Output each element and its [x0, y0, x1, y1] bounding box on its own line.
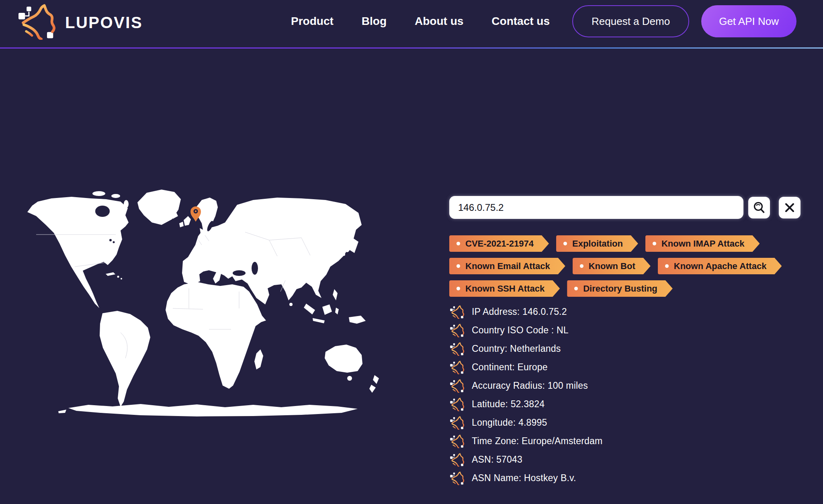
tag-dot-icon — [665, 264, 669, 268]
detail-row: Longitude: 4.8995 — [449, 413, 800, 432]
detail-text: Continent: Europe — [472, 362, 548, 373]
threat-tag: Directory Busting — [567, 280, 673, 297]
results-panel: CVE-2021-21974 Exploitation Known IMAP A… — [449, 196, 800, 487]
tag-label: Known SSH Attack — [465, 284, 545, 294]
tag-dot-icon — [653, 242, 656, 245]
details-list: IP Address: 146.0.75.2 Country ISO Code … — [449, 302, 800, 487]
threat-tag: Known Bot — [573, 258, 651, 274]
tag-label: Known Bot — [589, 261, 635, 271]
detail-text: ASN Name: Hostkey B.v. — [472, 473, 576, 484]
get-api-button[interactable]: Get API Now — [701, 5, 796, 37]
detail-text: Country ISO Code : NL — [472, 325, 569, 336]
tag-dot-icon — [457, 264, 460, 268]
detail-row: Time Zone: Europe/Amsterdam — [449, 432, 800, 450]
threat-tag: Known Apache Attack — [658, 258, 782, 274]
detail-row: Accuracy Radius: 100 miles — [449, 376, 800, 395]
detail-row: Country: Netherlands — [449, 339, 800, 358]
wolf-bullet-icon — [449, 453, 465, 467]
wolf-bullet-icon — [449, 471, 465, 485]
threat-tag: Known SSH Attack — [449, 280, 560, 297]
detail-text: IP Address: 146.0.75.2 — [472, 306, 567, 317]
wolf-bullet-icon — [449, 360, 465, 374]
tag-dot-icon — [574, 287, 578, 290]
magnifier-icon — [752, 201, 766, 214]
detail-row: Continent: Europe — [449, 358, 800, 376]
clear-button[interactable] — [779, 197, 800, 218]
x-icon — [784, 202, 796, 214]
tag-label: CVE-2021-21974 — [465, 239, 534, 249]
threat-tag: Exploitation — [556, 235, 638, 252]
search-input[interactable] — [449, 196, 743, 219]
wolf-bullet-icon — [449, 379, 465, 393]
tag-label: Exploitation — [572, 239, 623, 249]
wolf-bullet-icon — [449, 342, 465, 356]
detail-text: Country: Netherlands — [472, 343, 561, 354]
request-demo-button[interactable]: Request a Demo — [572, 5, 689, 37]
tag-label: Known Apache Attack — [674, 261, 767, 271]
page: LUPOVIS Product Blog About us Contact us… — [0, 0, 823, 504]
tag-dot-icon — [457, 242, 460, 245]
wolf-logo-icon — [16, 3, 59, 40]
wolf-bullet-icon — [449, 434, 465, 448]
world-map — [20, 188, 384, 419]
detail-row: IP Address: 146.0.75.2 — [449, 302, 800, 321]
search-row — [449, 196, 800, 219]
detail-row: Country ISO Code : NL — [449, 321, 800, 339]
tag-dot-icon — [457, 287, 460, 290]
brand-logo[interactable]: LUPOVIS — [16, 3, 143, 40]
main-nav: Product Blog About us Contact us — [291, 15, 550, 28]
nav-item-product[interactable]: Product — [291, 15, 334, 28]
tag-label: Known Email Attack — [465, 261, 550, 271]
tag-label: Directory Busting — [583, 284, 657, 294]
threat-tag: Known Email Attack — [449, 258, 565, 274]
tag-dot-icon — [580, 264, 583, 268]
detail-text: Latitude: 52.3824 — [472, 399, 545, 410]
nav-item-blog[interactable]: Blog — [362, 15, 387, 28]
detail-text: ASN: 57043 — [472, 454, 522, 465]
tag-dot-icon — [563, 242, 567, 245]
wolf-bullet-icon — [449, 305, 465, 319]
wolf-bullet-icon — [449, 416, 465, 430]
tag-label: Known IMAP Attack — [661, 239, 745, 249]
wolf-bullet-icon — [449, 397, 465, 411]
world-map-svg — [20, 188, 384, 419]
threat-tags: CVE-2021-21974 Exploitation Known IMAP A… — [449, 235, 803, 297]
nav-item-about-us[interactable]: About us — [415, 15, 463, 28]
wolf-bullet-icon — [449, 323, 465, 337]
detail-text: Longitude: 4.8995 — [472, 417, 547, 428]
header-buttons: Request a Demo Get API Now — [572, 5, 796, 37]
detail-row: ASN: 57043 — [449, 450, 800, 469]
search-button[interactable] — [748, 197, 770, 218]
detail-row: ASN Name: Hostkey B.v. — [449, 469, 800, 487]
header: LUPOVIS Product Blog About us Contact us… — [0, 0, 823, 43]
detail-row: Latitude: 52.3824 — [449, 395, 800, 413]
map-pin-icon — [190, 206, 201, 222]
threat-tag: Known IMAP Attack — [645, 235, 760, 252]
header-divider — [0, 47, 823, 49]
threat-tag: CVE-2021-21974 — [449, 235, 549, 252]
detail-text: Time Zone: Europe/Amsterdam — [472, 436, 602, 447]
detail-text: Accuracy Radius: 100 miles — [472, 380, 588, 391]
nav-item-contact-us[interactable]: Contact us — [491, 15, 550, 28]
brand-name: LUPOVIS — [65, 14, 143, 32]
